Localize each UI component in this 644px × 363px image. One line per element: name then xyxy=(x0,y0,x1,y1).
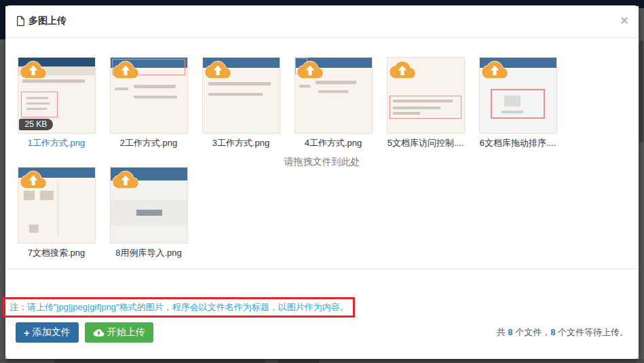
file-thumbnail xyxy=(387,57,465,134)
drop-hint-text: 请拖拽文件到此处 xyxy=(284,156,360,168)
add-files-button[interactable]: + 添加文件 xyxy=(16,322,79,343)
status-between: 个文件， xyxy=(513,327,551,337)
file-name: 8用例库导入.png xyxy=(108,247,189,259)
dialog-title-text: 多图上传 xyxy=(29,15,67,27)
multi-image-upload-dialog: 多图上传 × 25 KB 1工作方式.png 2工作方式.png xyxy=(5,5,639,359)
upload-pending-cloud-icon xyxy=(481,59,508,81)
page-scrollbar[interactable] xyxy=(639,41,643,142)
start-upload-button[interactable]: 开始上传 xyxy=(85,322,153,343)
document-icon xyxy=(16,16,25,26)
taskbar-item xyxy=(278,359,319,363)
add-files-label: 添加文件 xyxy=(33,326,71,339)
upload-status-text: 共 8 个文件，8 个文件等待上传。 xyxy=(497,326,628,339)
upload-pending-cloud-icon xyxy=(204,59,231,81)
file-name: 4工作方式.png xyxy=(292,137,374,149)
file-queue-item: 6文档库拖动排序.... xyxy=(477,57,558,149)
file-thumbnail xyxy=(295,57,373,134)
footer-buttons: + 添加文件 开始上传 xyxy=(16,322,153,343)
dialog-title: 多图上传 xyxy=(16,15,67,27)
annotation-red-box: 注：请上传"jpg|jpeg|gif|png"格式的图片，程序会以文件名作为标题… xyxy=(3,297,355,318)
taskbar-item xyxy=(54,359,265,363)
status-total-count: 8 xyxy=(508,327,512,337)
file-thumbnail xyxy=(479,57,557,134)
status-suffix: 个文件等待上传。 xyxy=(555,327,628,337)
file-queue-item: 2工作方式.png xyxy=(108,57,189,149)
dialog-footer: + 添加文件 开始上传 共 8 个文件，8 个文件等待上传。 xyxy=(16,321,628,344)
file-thumbnail: 25 KB xyxy=(18,57,96,134)
status-prefix: 共 xyxy=(497,327,508,337)
upload-pending-cloud-icon xyxy=(20,59,47,81)
file-queue-item: 3工作方式.png xyxy=(200,57,282,149)
file-thumbnail xyxy=(110,57,188,134)
file-thumbnail xyxy=(18,167,96,244)
file-queue-item: 4工作方式.png xyxy=(292,57,374,149)
page-background: 多图上传 × 25 KB 1工作方式.png 2工作方式.png xyxy=(0,0,644,363)
file-name: 3工作方式.png xyxy=(200,137,282,149)
upload-pending-cloud-icon xyxy=(112,59,139,81)
file-queue-item: 7文档搜索.png xyxy=(16,167,97,259)
plus-icon: + xyxy=(24,327,30,339)
dialog-header: 多图上传 × xyxy=(5,5,639,38)
file-thumbnail xyxy=(202,57,280,134)
file-queue-item: 25 KB 1工作方式.png xyxy=(16,57,97,149)
upload-pending-cloud-icon xyxy=(112,169,139,191)
upload-pending-cloud-icon xyxy=(20,169,47,191)
file-name: 6文档库拖动排序.... xyxy=(477,137,558,149)
file-name[interactable]: 1工作方式.png xyxy=(16,137,97,149)
cloud-upload-icon xyxy=(93,328,105,337)
start-upload-label: 开始上传 xyxy=(107,326,145,339)
dropzone[interactable]: 25 KB 1工作方式.png 2工作方式.png 3工作方式.png xyxy=(5,38,639,269)
file-queue-item: 8用例库导入.png xyxy=(108,167,189,259)
upload-note: 注：请上传"jpg|jpeg|gif|png"格式的图片，程序会以文件名作为标题… xyxy=(5,301,349,313)
file-thumbnail xyxy=(110,167,188,244)
file-size-badge: 25 KB xyxy=(19,119,54,130)
upload-pending-cloud-icon xyxy=(389,59,416,81)
file-name: 2工作方式.png xyxy=(108,137,189,149)
file-queue-item: 5文档库访问控制.... xyxy=(385,57,466,149)
upload-pending-cloud-icon xyxy=(297,59,324,81)
file-name: 5文档库访问控制.... xyxy=(385,137,466,149)
taskbar xyxy=(0,359,644,363)
close-icon[interactable]: × xyxy=(620,14,628,27)
file-name: 7文档搜索.png xyxy=(16,247,97,259)
